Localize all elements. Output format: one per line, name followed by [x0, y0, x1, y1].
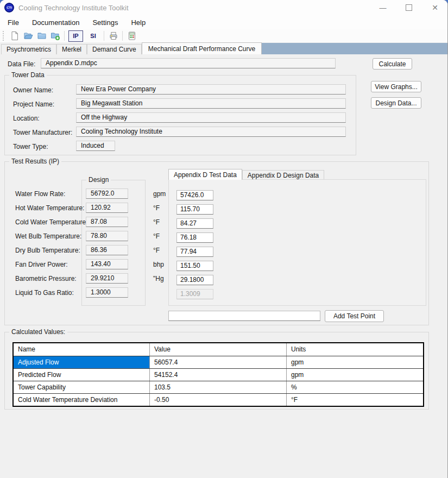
add-folder-icon[interactable] [50, 31, 60, 41]
test-row: Hot Water Temperature: 120.92 °F [15, 203, 178, 213]
cell-name[interactable]: Cold Water Temperature Deviation [14, 394, 149, 406]
test-value-field[interactable]: 77.94 [176, 247, 213, 257]
tab-demand-curve[interactable]: Demand Curve [87, 44, 142, 54]
data-file-label: Data File: [8, 60, 35, 68]
toolbar: IP SI [0, 29, 448, 42]
row-label: Water Flow Rate: [15, 190, 65, 198]
cell-value[interactable]: -0.50 [149, 394, 286, 406]
design-value-field[interactable]: 56792.0 [86, 188, 128, 199]
tab-psychrometrics[interactable]: Psychrometrics [1, 44, 56, 54]
cell-value[interactable]: 103.5 [149, 381, 286, 393]
app-logo-icon: CTI [4, 3, 14, 12]
open-folder-icon[interactable] [23, 31, 33, 41]
data-file-field[interactable]: Appendix D.mdpc [41, 58, 336, 68]
design-value-field[interactable]: 120.92 [86, 203, 128, 213]
row-unit: gpm [153, 190, 166, 198]
window-title: Cooling Technology Institute Toolkit [18, 4, 129, 12]
cell-name[interactable]: Tower Capability [14, 381, 149, 393]
toolbar-separator [104, 31, 104, 41]
ip-units-button[interactable]: IP [68, 30, 83, 42]
add-test-point-input[interactable] [168, 311, 320, 321]
test-row: Barometric Pressure: 29.9210 "Hg [15, 273, 178, 284]
table-row[interactable]: Predicted Flow 54152.4 gpm [14, 368, 423, 381]
design-value-field[interactable]: 1.3000 [86, 287, 128, 298]
maximize-icon [406, 4, 412, 11]
design-value-field[interactable]: 87.08 [86, 217, 128, 227]
cell-value[interactable]: 56057.4 [149, 356, 286, 368]
test-value-field[interactable]: 84.27 [176, 218, 213, 229]
menu-file[interactable]: File [1, 16, 26, 29]
tower-type-label: Tower Type: [13, 143, 48, 150]
test-value-field[interactable]: 76.18 [176, 232, 213, 243]
row-label: Dry Bulb Temperature: [15, 247, 80, 254]
appendix-tab-strip: Appendix D Test Data Appendix D Design D… [168, 169, 324, 180]
test-value-field[interactable]: 151.50 [176, 261, 213, 271]
cell-units[interactable]: gpm [286, 369, 423, 381]
menu-documentation[interactable]: Documentation [26, 16, 86, 29]
test-row: Liquid To Gas Ratio: 1.3000 [15, 287, 178, 298]
row-unit: "Hg [153, 275, 164, 282]
cell-units[interactable]: gpm [286, 356, 423, 368]
row-label: Cold Water Temperature: [15, 218, 87, 226]
main-tab-strip: Psychrometrics Merkel Demand Curve Mecha… [0, 42, 448, 54]
table-row[interactable]: Cold Water Temperature Deviation -0.50 °… [14, 393, 423, 406]
calculator-icon[interactable] [127, 31, 137, 41]
tab-appendix-d-test-data[interactable]: Appendix D Test Data [168, 169, 242, 180]
tab-merkel[interactable]: Merkel [56, 44, 87, 54]
design-value-field[interactable]: 29.9210 [86, 273, 128, 284]
row-unit: °F [153, 232, 160, 240]
test-value-field-disabled: 1.3009 [176, 289, 213, 299]
mdpc-tab-content: Data File: Appendix D.mdpc Calculate Tow… [0, 54, 448, 478]
calculated-values-title: Calculated Values: [9, 328, 67, 336]
location-field[interactable]: Off the Highway [76, 112, 346, 123]
print-icon[interactable] [108, 31, 118, 41]
toolbar-grip[interactable] [3, 31, 4, 41]
cell-value[interactable]: 54152.4 [149, 369, 286, 381]
row-unit: °F [153, 218, 160, 226]
minimize-button[interactable]: — [374, 0, 392, 15]
row-label: Hot Water Temperature: [15, 204, 84, 212]
test-value-field[interactable]: 57426.0 [176, 190, 213, 200]
add-test-point-button[interactable]: Add Test Point [325, 310, 384, 322]
calculate-button[interactable]: Calculate [373, 58, 412, 70]
tower-manufacturer-field[interactable]: Cooling Technology Institute [76, 127, 346, 137]
table-row[interactable]: Adjusted Flow 56057.4 gpm [14, 356, 423, 368]
test-row: Water Flow Rate: 56792.0 gpm [15, 188, 178, 199]
owner-name-field[interactable]: New Era Power Company [76, 84, 346, 95]
appendix-test-data-panel: 57426.0 115.70 84.27 76.18 77.94 151.50 … [168, 179, 426, 306]
project-name-field[interactable]: Big Megawatt Station [76, 98, 346, 109]
menu-settings[interactable]: Settings [86, 16, 124, 29]
tower-manufacturer-label: Tower Manufacturer: [13, 129, 72, 136]
test-value-field[interactable]: 115.70 [176, 204, 213, 215]
design-value-field[interactable]: 86.36 [86, 245, 128, 255]
location-label: Location: [13, 115, 40, 122]
cell-units[interactable]: % [286, 381, 423, 393]
header-name[interactable]: Name [14, 343, 149, 356]
cell-units[interactable]: °F [286, 394, 423, 406]
save-folder-icon[interactable] [36, 31, 47, 41]
cell-name[interactable]: Predicted Flow [14, 369, 149, 381]
table-row[interactable]: Tower Capability 103.5 % [14, 381, 423, 393]
test-value-field[interactable]: 29.1800 [176, 275, 213, 285]
maximize-button[interactable] [400, 0, 418, 15]
tab-appendix-d-design-data[interactable]: Appendix D Design Data [242, 170, 324, 180]
si-units-button[interactable]: SI [86, 31, 100, 41]
design-value-field[interactable]: 143.40 [86, 259, 128, 269]
app-window: CTI Cooling Technology Institute Toolkit… [0, 0, 448, 478]
row-unit: °F [153, 204, 160, 212]
header-units[interactable]: Units [286, 343, 423, 356]
view-graphs-button[interactable]: View Graphs... [371, 81, 421, 92]
test-row: Dry Bulb Temperature: 86.36 °F [15, 245, 178, 255]
menu-help[interactable]: Help [124, 16, 152, 29]
tab-mechanical-draft-performance-curve[interactable]: Mechanical Draft Performance Curve [142, 42, 262, 54]
row-label: Wet Bulb Temperature: [15, 232, 81, 240]
new-file-icon[interactable] [9, 31, 20, 41]
design-data-button[interactable]: Design Data... [371, 97, 421, 109]
test-result-rows: Water Flow Rate: 56792.0 gpm Hot Water T… [15, 188, 178, 301]
tower-type-field[interactable]: Induced [76, 141, 115, 151]
header-value[interactable]: Value [149, 343, 286, 356]
cell-name-selected[interactable]: Adjusted Flow [14, 356, 149, 368]
design-value-field[interactable]: 78.80 [86, 231, 128, 241]
calculated-values-table: Name Value Units Adjusted Flow 56057.4 g… [12, 342, 424, 407]
close-button[interactable]: ✕ [426, 0, 444, 15]
